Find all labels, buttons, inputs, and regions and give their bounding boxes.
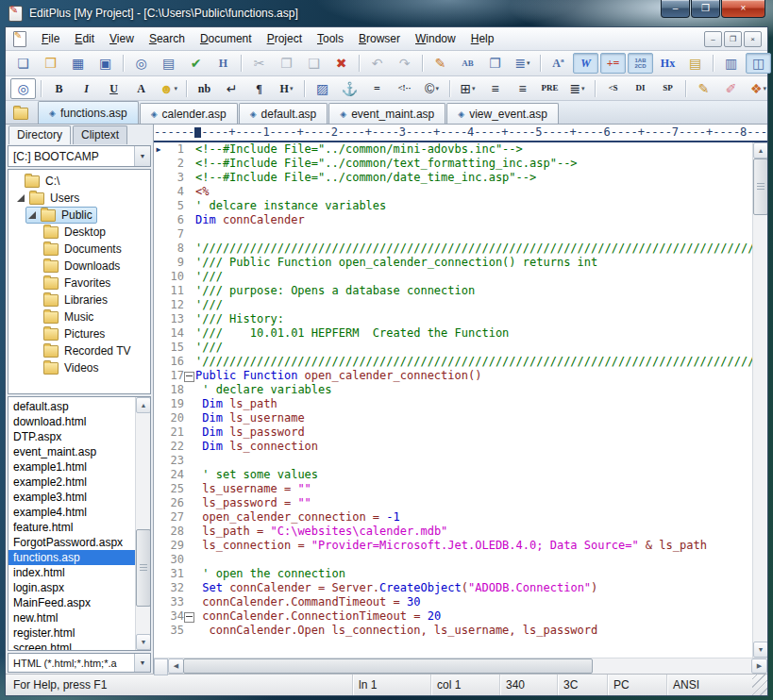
delete-button[interactable]: ✖ xyxy=(328,53,354,74)
code-line[interactable]: 30 xyxy=(154,553,753,567)
align-left-button[interactable]: ≡ xyxy=(482,78,508,99)
list-item[interactable]: example4.html xyxy=(8,505,136,520)
code-line[interactable]: 29 ls_connection = "Provider=Microsoft.J… xyxy=(154,539,753,553)
list-item[interactable]: feature.html xyxy=(8,520,136,535)
code-line[interactable]: 16'/////////////////////////////////////… xyxy=(154,355,753,369)
html-document-button[interactable]: H xyxy=(210,53,236,74)
code-line[interactable]: 21 Dim ls_password xyxy=(154,425,753,440)
tree-item[interactable]: Public xyxy=(8,207,150,224)
undo-button[interactable]: ↶ xyxy=(364,53,390,74)
menu-file[interactable]: File xyxy=(34,29,67,48)
code-line[interactable]: 32 Set connCalender = Server.CreateObjec… xyxy=(154,581,753,595)
edit-tag-button[interactable]: ✎ xyxy=(691,78,716,99)
list-item[interactable]: download.html xyxy=(8,414,136,429)
menu-search[interactable]: Search xyxy=(142,29,193,48)
code-line[interactable]: ▶1<!--#Include File="../common/mini-adov… xyxy=(154,142,753,157)
word-wrap-button[interactable]: W xyxy=(573,53,598,74)
list-item[interactable]: default.asp xyxy=(8,399,136,414)
copy-button[interactable]: ❐ xyxy=(274,53,299,74)
file-filter-select[interactable]: HTML (*.html;*.htm;*.a ▼ xyxy=(8,653,151,673)
tree-item[interactable]: Favorites xyxy=(8,275,150,292)
scroll-up-icon[interactable]: ▲ xyxy=(753,142,767,158)
expander-icon[interactable] xyxy=(28,211,36,219)
code-line[interactable]: 14'/// 10.01.01 HEPFERM Created the Func… xyxy=(154,326,753,341)
tab-view_event.asp[interactable]: ◈view_event.asp xyxy=(446,103,559,124)
list-item[interactable]: event_maint.asp xyxy=(8,444,136,459)
code-line[interactable]: 20 Dim ls_username xyxy=(154,411,753,425)
list-item[interactable]: login.aspx xyxy=(8,580,136,595)
list-item[interactable]: register.html xyxy=(8,625,136,641)
list-item[interactable]: MainFeed.aspx xyxy=(8,595,136,610)
scroll-right-icon[interactable]: ▶ xyxy=(751,658,767,674)
tree-item[interactable]: Downloads xyxy=(8,258,150,275)
tree-item[interactable]: Recorded TV xyxy=(8,342,150,359)
show-symbols-button[interactable]: += xyxy=(600,53,626,74)
print-button[interactable]: ▤ xyxy=(156,53,181,74)
underline-button[interactable]: U xyxy=(101,78,126,99)
browser-preview-button[interactable]: ◎ xyxy=(10,78,36,99)
close-button[interactable]: × xyxy=(721,0,765,18)
child-minimize-button[interactable]: – xyxy=(704,31,722,47)
maximize-button[interactable]: ❐ xyxy=(691,0,720,18)
menu-view[interactable]: View xyxy=(102,29,142,48)
set-font-button[interactable]: AB xyxy=(455,53,480,74)
document-properties-button[interactable]: ▤ xyxy=(682,53,708,74)
hex-viewer-button[interactable]: Hx xyxy=(655,53,681,74)
list-item[interactable]: functions.asp xyxy=(8,550,136,565)
new-document-button[interactable]: ❏ xyxy=(10,53,36,74)
code-line[interactable]: 33 connCalender.CommandTimeout = 30 xyxy=(154,595,753,609)
list-item[interactable]: new.html xyxy=(8,610,136,625)
menu-edit[interactable]: Edit xyxy=(67,29,102,48)
scroll-down-icon[interactable]: ▼ xyxy=(753,642,767,658)
cliptext-window-button[interactable]: ▥ xyxy=(718,53,744,74)
code-line[interactable]: 22 Dim ls_connection xyxy=(154,440,753,454)
code-line[interactable]: 9'/// Public Function open_calender_conn… xyxy=(154,256,753,270)
code-line[interactable]: 8'//////////////////////////////////////… xyxy=(154,242,753,256)
paragraph-button[interactable]: ¶ xyxy=(246,78,272,99)
code-line[interactable]: 2<!--#Include File="../common/text_forma… xyxy=(154,157,753,171)
menu-tools[interactable]: Tools xyxy=(310,29,351,48)
code-line[interactable]: 5' delcare instance variables xyxy=(154,199,753,213)
code-line[interactable]: 35 connCalender.Open ls_connection, ls_u… xyxy=(154,624,753,638)
hscroll-track[interactable]: ◀ ▶ xyxy=(168,658,767,674)
save-all-button[interactable]: ▣ xyxy=(92,53,118,74)
editor-vscrollbar[interactable]: ▲ ▼ xyxy=(752,142,767,658)
list-item[interactable]: example2.html xyxy=(8,475,136,490)
sidebar-tab-cliptext[interactable]: Cliptext xyxy=(73,125,127,144)
anchor-button[interactable]: ⚓ xyxy=(337,78,362,99)
list-item[interactable]: DTP.aspx xyxy=(8,429,136,444)
pane-splitter-handle[interactable] xyxy=(154,658,168,675)
open-folder-button[interactable]: ❒ xyxy=(38,53,63,74)
change-case-button[interactable]: Aª xyxy=(546,53,571,74)
heading-button[interactable]: H▾ xyxy=(274,78,299,99)
tree-item[interactable]: Libraries xyxy=(8,292,150,308)
tree-item[interactable]: Documents xyxy=(8,241,150,258)
line-numbers-button[interactable]: 1AB 2CD xyxy=(628,53,653,74)
div-tag-button[interactable]: DI xyxy=(628,78,653,99)
resize-grip[interactable] xyxy=(752,675,767,695)
code-line[interactable]: 34 connCalender.ConnectionTimeout = 20 xyxy=(154,609,753,624)
font-button[interactable]: A xyxy=(128,78,154,99)
code-line[interactable]: 13'/// History: xyxy=(154,312,753,326)
chevron-down-icon[interactable]: ▼ xyxy=(134,146,150,166)
directory-window-button[interactable]: ◫ xyxy=(746,53,771,74)
spell-check-button[interactable]: ✔ xyxy=(183,53,209,74)
drive-select[interactable]: [C:] BOOTCAMP ▼ xyxy=(8,145,151,167)
code-line[interactable]: 4<% xyxy=(154,185,753,199)
highlight-button[interactable]: ✎ xyxy=(428,53,453,74)
code-line[interactable]: 28 ls_path = "C:\websites\calender.mdb" xyxy=(154,525,753,539)
code-line[interactable]: 31 ' open the connection xyxy=(154,567,753,581)
code-line[interactable]: 3<!--#Include File="../common/date_time_… xyxy=(154,171,753,185)
minimize-button[interactable]: – xyxy=(661,0,690,18)
code-line[interactable]: 6Dim connCalender xyxy=(154,213,753,227)
list-item[interactable]: example1.html xyxy=(8,459,136,475)
sidebar-tab-directory[interactable]: Directory xyxy=(8,125,71,144)
list-item[interactable]: screen.html xyxy=(8,641,136,651)
preformatted-button[interactable]: PRE xyxy=(537,78,563,99)
tree-item[interactable]: Pictures xyxy=(8,325,150,342)
menu-document[interactable]: Document xyxy=(193,29,260,48)
menu-browser[interactable]: Browser xyxy=(351,29,408,48)
tree-item[interactable]: Music xyxy=(8,308,150,325)
list-item[interactable]: ForgotPassword.aspx xyxy=(8,535,136,550)
copyright-button[interactable]: ©▾ xyxy=(419,78,445,99)
